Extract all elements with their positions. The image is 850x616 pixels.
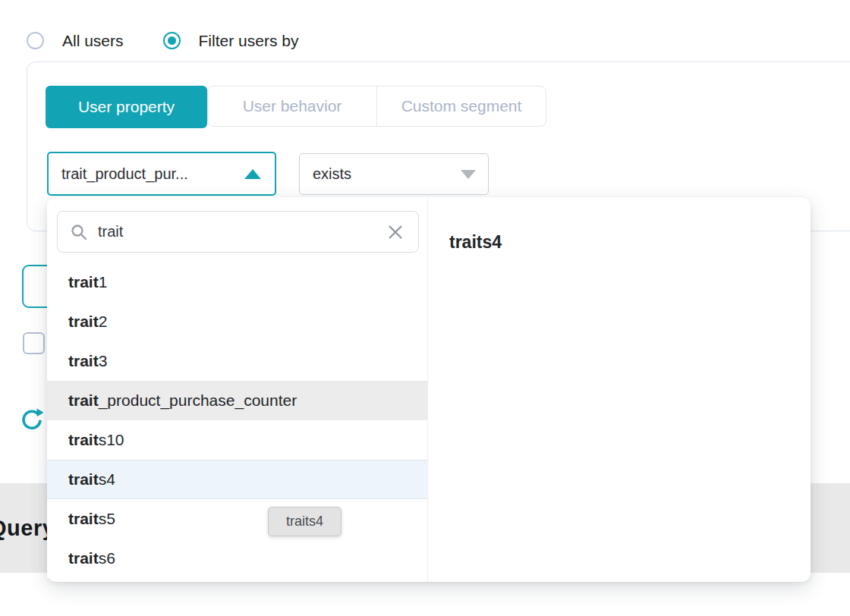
operator-select-value: exists [300,165,461,183]
option-rest-text: _product_purchase_counter [99,391,298,410]
tab-user-behavior[interactable]: User behavior [208,86,376,126]
option-traits5[interactable]: traits5 [47,499,427,539]
property-detail-pane: traits4 [428,197,811,582]
option-trait1[interactable]: trait1 [47,262,427,302]
option-rest-text: s6 [99,549,115,567]
option-trait3[interactable]: trait3 [47,341,427,381]
refresh-button[interactable] [20,407,44,432]
checkbox[interactable] [23,332,45,354]
option-match-text: trait [68,470,99,489]
option-match-text: trait [68,352,99,370]
option-tooltip: traits4 [268,507,342,536]
option-trait-product-purchase-counter[interactable]: trait_product_purchase_counter [47,381,427,420]
option-rest-text: s10 [99,431,124,449]
property-dropdown-popover: trait trait1 trait2 trait3 trait_product… [47,197,811,582]
audience-radio-group: All users Filter users by [27,32,298,49]
chevron-up-icon [244,169,261,179]
option-match-text: trait [68,273,99,291]
option-tooltip-text: traits4 [286,514,323,530]
property-select-value: trait_product_pur... [49,165,244,183]
option-rest-text: s5 [99,510,115,528]
chevron-down-icon [461,170,476,179]
property-select[interactable]: trait_product_pur... [47,152,276,196]
option-traits10[interactable]: traits10 [47,420,427,460]
tab-user-property[interactable]: User property [46,86,207,128]
tab-user-behavior-label: User behavior [243,97,342,115]
clear-search-icon[interactable] [386,223,405,241]
tab-user-property-label: User property [78,98,175,116]
tab-group: User behavior Custom segment [207,86,546,127]
search-icon [70,223,88,241]
option-rest-text: 2 [99,313,108,331]
option-match-text: trait [68,549,99,567]
option-match-text: trait [68,510,99,528]
option-rest-text: 1 [99,273,108,291]
property-search-box[interactable]: trait [57,211,419,253]
option-rest-text: 3 [99,352,108,370]
all-users-radio[interactable] [27,32,44,49]
tab-custom-segment[interactable]: Custom segment [376,86,546,126]
filter-users-label[interactable]: Filter users by [199,32,299,49]
property-option-list: trait1 trait2 trait3 trait_product_purch… [47,262,427,578]
screen: All users Filter users by User property … [0,0,850,616]
tab-custom-segment-label: Custom segment [401,97,522,115]
property-detail-title: traits4 [449,232,502,253]
option-traits4[interactable]: traits4 [47,460,427,499]
option-trait2[interactable]: trait2 [47,302,427,341]
operator-select[interactable]: exists [299,153,489,195]
option-rest-text: s4 [99,470,115,489]
refresh-icon [20,407,44,432]
option-match-text: trait [68,431,99,449]
all-users-label[interactable]: All users [62,32,124,49]
filter-users-radio[interactable] [163,32,181,49]
property-option-list-pane: trait trait1 trait2 trait3 trait_product… [47,197,428,582]
radio-dot-icon [168,36,176,45]
search-input-value[interactable]: trait [98,223,386,240]
option-traits6[interactable]: traits6 [47,539,427,578]
option-match-text: trait [68,313,99,331]
option-match-text: trait [68,391,99,410]
